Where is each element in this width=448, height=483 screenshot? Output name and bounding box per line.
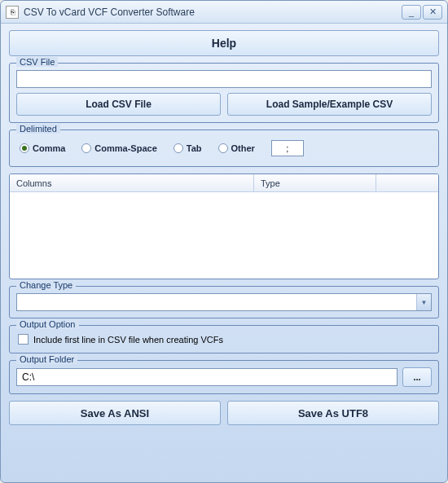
save-ansi-button[interactable]: Save As ANSI — [9, 401, 221, 425]
delimiter-options: Comma Comma-Space Tab Other — [16, 137, 432, 160]
delimited-group: Delimited Comma Comma-Space Tab Other — [9, 130, 439, 167]
save-row: Save As ANSI Save As UTF8 — [9, 401, 439, 425]
save-utf8-button[interactable]: Save As UTF8 — [227, 401, 439, 425]
output-folder-input[interactable] — [16, 368, 397, 386]
radio-other[interactable]: Other — [218, 143, 255, 153]
help-button[interactable]: Help — [9, 30, 439, 56]
minimize-button[interactable]: _ — [402, 5, 421, 20]
radio-comma-space-label: Comma-Space — [94, 143, 156, 153]
app-window: ⎘ CSV To vCard VCF Converter Software _ … — [0, 0, 448, 483]
header-spacer — [376, 174, 438, 191]
radio-tab[interactable]: Tab — [173, 143, 202, 153]
radio-comma-space-input[interactable] — [81, 143, 91, 153]
radio-tab-label: Tab — [187, 143, 202, 153]
radio-comma-label: Comma — [33, 143, 65, 153]
browse-button[interactable]: ... — [402, 367, 432, 387]
columns-table: Columns Type — [9, 173, 439, 279]
header-type[interactable]: Type — [254, 174, 376, 191]
load-sample-button[interactable]: Load Sample/Example CSV — [227, 93, 432, 116]
change-type-input[interactable] — [16, 293, 432, 311]
window-title: CSV To vCard VCF Converter Software — [24, 7, 402, 18]
output-folder-group: Output Folder ... — [9, 360, 439, 394]
output-option-legend: Output Option — [16, 319, 79, 329]
csv-file-legend: CSV File — [16, 57, 58, 67]
csv-path-input[interactable] — [16, 70, 432, 88]
change-type-legend: Change Type — [16, 280, 76, 290]
delimited-legend: Delimited — [16, 124, 60, 134]
radio-other-label: Other — [231, 143, 255, 153]
titlebar: ⎘ CSV To vCard VCF Converter Software _ … — [1, 1, 447, 24]
output-folder-legend: Output Folder — [16, 354, 77, 364]
radio-comma[interactable]: Comma — [20, 143, 65, 153]
output-option-group: Output Option Include first line in CSV … — [9, 325, 439, 353]
change-type-group: Change Type ▼ — [9, 286, 439, 318]
include-first-line-label: Include first line in CSV file when crea… — [33, 335, 223, 345]
close-button[interactable]: ✕ — [423, 5, 442, 20]
csv-button-row: Load CSV File Load Sample/Example CSV — [16, 93, 432, 116]
content-area: Help CSV File Load CSV File Load Sample/… — [1, 24, 447, 432]
radio-other-input[interactable] — [218, 143, 228, 153]
change-type-combo[interactable]: ▼ — [16, 293, 432, 311]
load-csv-button[interactable]: Load CSV File — [16, 93, 221, 116]
radio-comma-space[interactable]: Comma-Space — [81, 143, 156, 153]
include-first-line-row[interactable]: Include first line in CSV file when crea… — [16, 332, 432, 346]
csv-file-group: CSV File Load CSV File Load Sample/Examp… — [9, 63, 439, 123]
radio-comma-input[interactable] — [20, 143, 29, 153]
radio-tab-input[interactable] — [173, 143, 183, 153]
chevron-down-icon[interactable]: ▼ — [416, 294, 431, 310]
window-controls: _ ✕ — [402, 5, 442, 20]
other-delimiter-input[interactable] — [271, 140, 304, 156]
table-header: Columns Type — [10, 174, 438, 192]
header-columns[interactable]: Columns — [10, 174, 254, 191]
output-folder-row: ... — [16, 367, 432, 387]
app-icon: ⎘ — [6, 6, 19, 19]
include-first-line-checkbox[interactable] — [18, 334, 29, 345]
